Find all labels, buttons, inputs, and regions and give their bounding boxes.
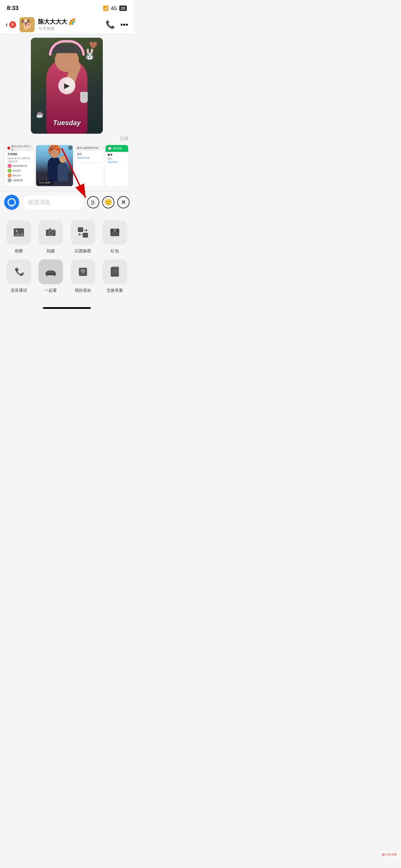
card-content: 互动消息 AgNO₃ 等 36 人近期访问过你的主页 有好东西要分享 养乐多② … <box>5 151 34 184</box>
my-favorites-label: 我的喜欢 <box>75 288 91 293</box>
camera-label: 拍摄 <box>47 248 55 254</box>
svg-rect-9 <box>78 227 83 232</box>
action-item-album[interactable]: 相册 <box>5 220 32 254</box>
voice-call-icon <box>13 266 25 278</box>
action-item-voice-call[interactable]: 语音通话 <box>5 260 32 293</box>
svg-rect-19 <box>54 275 55 276</box>
watch-together-icon <box>45 266 57 278</box>
signal-icon: 📶 <box>103 5 109 11</box>
home-bar <box>43 307 91 309</box>
phone-call-button[interactable]: 📞 <box>106 20 115 29</box>
exchange-answers-icon: ? <box>109 266 121 278</box>
action-item-my-favorites[interactable]: 我的喜欢 <box>70 260 96 293</box>
action-item-exchange-answers[interactable]: ? 交换答案 <box>102 260 129 293</box>
svg-rect-8 <box>54 230 55 231</box>
exchange-answers-icon-box: ? <box>102 260 127 284</box>
svg-rect-17 <box>47 270 54 273</box>
red-packet-icon <box>109 226 121 239</box>
more-button[interactable]: ••• <box>120 20 128 29</box>
video-bubble[interactable]: 🐰 🤎 ☕ ▶ Tuesday <box>31 38 103 134</box>
nav-actions: 📞 ••• <box>106 20 128 29</box>
action-item-camera[interactable]: 拍摄 <box>38 220 64 254</box>
camera-icon-box <box>38 220 63 245</box>
back-button[interactable]: ‹ 5 <box>5 21 16 28</box>
network-type: 4G <box>111 5 117 11</box>
video-play-button[interactable]: ▶ <box>58 77 75 94</box>
image-swap-label: 以图换图 <box>75 248 91 254</box>
exchange-answers-label: 交换答案 <box>107 288 123 293</box>
close-button[interactable]: ✕ <box>117 196 130 208</box>
status-time: 8:33 <box>7 5 19 12</box>
red-packet-icon-box <box>102 220 127 245</box>
red-packet-label: 红包 <box>111 248 119 254</box>
card-header: 陈大大大大 关注了你 <box>5 145 34 151</box>
action-grid-section: 相册 拍摄 <box>0 213 134 304</box>
svg-point-3 <box>16 230 18 232</box>
back-arrow-icon: ‹ <box>5 21 8 28</box>
album-label: 相册 <box>15 248 23 254</box>
status-bar: 8:33 📶 4G 23 <box>0 0 134 15</box>
contact-name: 陈大大大大 🌈 <box>38 18 106 26</box>
image-swap-icon <box>77 226 89 239</box>
avatar[interactable]: 🐕 <box>20 17 35 32</box>
svg-point-13 <box>113 229 116 232</box>
action-item-image-swap[interactable]: 以图换图 <box>70 220 96 254</box>
my-favorites-icon-box <box>71 260 95 284</box>
rabbit-emoji: 🐰 <box>83 48 96 60</box>
action-grid: 相册 拍摄 <box>5 220 128 293</box>
image-swap-icon-box <box>71 220 95 245</box>
nav-bar: ‹ 5 🐕 陈大大大大 🌈 今天在线 📞 ••• <box>0 15 134 34</box>
svg-rect-7 <box>49 228 51 230</box>
action-item-watch-together[interactable]: 一起看 <box>38 260 64 293</box>
heart-emoji: 🤎 <box>89 41 98 49</box>
voice-call-label: 语音通话 <box>11 288 27 293</box>
voice-call-icon-box <box>7 260 31 284</box>
svg-rect-10 <box>83 233 88 238</box>
contact-status: 今天在线 <box>38 26 106 32</box>
video-message: 🐰 🤎 ☕ ▶ Tuesday <box>5 38 128 134</box>
svg-line-1 <box>62 148 86 198</box>
svg-rect-24 <box>112 266 119 275</box>
wechat-title: 微信团队 <box>113 147 123 150</box>
unread-badge: 5 <box>9 21 16 28</box>
svg-point-6 <box>49 231 52 234</box>
watch-together-label: 一起看 <box>45 288 57 293</box>
voice-record-button[interactable] <box>4 195 19 210</box>
chat-list-card[interactable]: 陈大大大大 关注了你 互动消息 AgNO₃ 等 36 人近期访问过你的主页 有好… <box>5 145 34 186</box>
red-arrow-svg <box>41 145 110 206</box>
status-icons: 📶 4G 23 <box>103 5 127 11</box>
video-day-label: Tuesday <box>31 119 103 127</box>
action-item-red-packet[interactable]: 红包 <box>102 220 129 254</box>
camera-icon <box>45 226 57 239</box>
home-indicator <box>0 304 134 316</box>
battery-icon: 23 <box>119 5 127 11</box>
coffee-emoji: ☕ <box>36 111 44 118</box>
album-icon-box <box>7 220 31 245</box>
my-favorites-icon <box>77 266 89 278</box>
read-receipt: 已读 <box>5 136 128 142</box>
contact-info: 陈大大大大 🌈 今天在线 <box>38 18 106 32</box>
album-icon <box>13 226 25 239</box>
svg-rect-18 <box>46 275 48 276</box>
watch-together-icon-box <box>38 260 63 284</box>
